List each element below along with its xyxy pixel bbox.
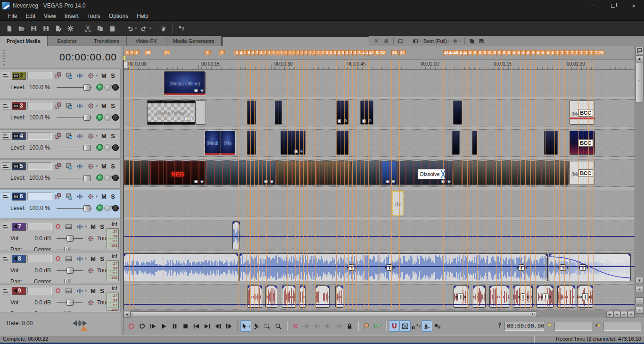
timeline-event[interactable]: ▣ ⊕: [360, 101, 373, 125]
timeline-event[interactable]: [453, 101, 462, 125]
track-header-9[interactable]: 9▾MS-Inf.Vol:0.0 dBTouch▾Pan:Center27548…: [0, 284, 121, 312]
minimize-track-button[interactable]: [2, 287, 10, 294]
timeline-event[interactable]: (MeBCC: [570, 161, 595, 185]
blur-bypass-button[interactable]: [53, 101, 63, 110]
track-motion-button[interactable]: [75, 192, 84, 201]
minimize-track-button[interactable]: [2, 162, 10, 170]
close-dock-button[interactable]: [372, 37, 381, 45]
envelope-edit-tool-button[interactable]: [251, 320, 262, 332]
composite-mode-button[interactable]: [64, 71, 74, 80]
track-name-field[interactable]: [27, 72, 52, 79]
slip-trim-left-button[interactable]: [322, 320, 333, 332]
timeline-event[interactable]: [247, 101, 256, 125]
loop-playback-button[interactable]: [137, 320, 148, 332]
tab-explorer[interactable]: Explorer: [48, 36, 87, 46]
gain-handle[interactable]: [560, 264, 566, 271]
track-motion-button[interactable]: [75, 101, 84, 110]
zoom-edit-tool-button[interactable]: [273, 320, 284, 332]
track-pan-button[interactable]: [75, 222, 84, 231]
timeline-event[interactable]: [577, 285, 593, 308]
composite-mode-icon[interactable]: [96, 175, 103, 181]
go-to-start-button[interactable]: [191, 320, 202, 332]
automation-settings-button[interactable]: [86, 192, 95, 201]
video-overlay-button[interactable]: [396, 37, 405, 45]
next-frame-button[interactable]: [223, 320, 234, 332]
timeline-marker[interactable]: 20: [145, 50, 151, 57]
tab-project-media[interactable]: Project Media: [0, 36, 48, 46]
composite-mode-icon[interactable]: [96, 114, 103, 121]
copy-snapshot-button[interactable]: [467, 37, 477, 45]
level-slider[interactable]: [57, 175, 91, 181]
split-screen-button[interactable]: [411, 37, 420, 45]
pan-slider[interactable]: [57, 247, 78, 252]
timeline-track-row-8[interactable]: [124, 252, 635, 283]
gain-handle[interactable]: [580, 264, 586, 271]
track-header-8[interactable]: 8▾MS-Inf.Vol:0.0 dBTouch▾Pan:Center27548…: [0, 252, 121, 283]
scroll-down-button[interactable]: ▼: [636, 277, 644, 284]
selection-length-field[interactable]: [603, 322, 641, 331]
level-slider[interactable]: [57, 84, 91, 91]
track-pan-button[interactable]: [75, 286, 84, 295]
timeline-event[interactable]: [472, 131, 477, 155]
track-name-field[interactable]: [27, 287, 52, 294]
insert-marker-button[interactable]: [361, 320, 372, 332]
timeline-event[interactable]: [299, 285, 305, 308]
paste-button[interactable]: [106, 22, 118, 34]
gain-handle[interactable]: [520, 294, 526, 300]
track-number-badge[interactable]: 3: [12, 102, 26, 110]
track-event-area[interactable]: (Media Offline)▣ ⊕(Media Offline)▣ ⊕▣ ⊕▣…: [124, 70, 635, 310]
pan-slider[interactable]: [57, 279, 78, 284]
save-project-as-button[interactable]: [40, 22, 52, 34]
panel-grip[interactable]: [3, 50, 5, 65]
parent-composite-icon[interactable]: [104, 175, 111, 181]
timeline-event[interactable]: [335, 285, 343, 308]
pause-button[interactable]: [169, 320, 180, 332]
timeline-event[interactable]: [454, 285, 469, 308]
undo-button[interactable]: [124, 22, 136, 34]
track-name-field[interactable]: [27, 132, 52, 140]
timeline-event[interactable]: ▣ ⊕: [336, 101, 349, 125]
level-slider[interactable]: [57, 205, 91, 211]
timeline-event[interactable]: [232, 221, 240, 249]
redo-dropdown[interactable]: ▾: [149, 26, 152, 31]
solo-button[interactable]: S: [109, 193, 117, 200]
mute-button[interactable]: M: [90, 287, 97, 294]
zoom-out-track-button[interactable]: −: [636, 297, 644, 304]
new-project-button[interactable]: [3, 22, 15, 34]
vol-slider-thumb[interactable]: [66, 268, 74, 274]
menu-file[interactable]: File: [4, 12, 21, 20]
enable-snapping-button[interactable]: [389, 320, 400, 332]
minimize-track-button[interactable]: [2, 193, 10, 200]
automation-dropdown[interactable]: ▾: [96, 164, 98, 168]
cursor-position-field[interactable]: 00:00:00.00: [504, 322, 544, 331]
timeline-event[interactable]: [544, 131, 558, 155]
cursor-top-marker[interactable]: [124, 56, 125, 60]
track-motion-button[interactable]: [75, 162, 84, 170]
bypass-fx-icon[interactable]: [112, 144, 119, 151]
composite-mode-button[interactable]: [64, 192, 74, 201]
composite-mode-button[interactable]: [64, 162, 74, 170]
mute-button[interactable]: M: [100, 193, 108, 200]
track-number-badge[interactable]: 9: [12, 287, 26, 295]
horizontal-scrollbar[interactable]: ◄ ► + − ⌕: [124, 310, 635, 318]
gain-handle[interactable]: [349, 264, 355, 271]
track-header-7[interactable]: 7▾MS-Inf.Vol:0.0 dBTouch▾Pan:Center27548…: [0, 220, 121, 251]
composite-mode-button[interactable]: [64, 101, 74, 110]
timeline-event[interactable]: [248, 285, 262, 308]
ignore-event-grouping-button[interactable]: [432, 320, 443, 332]
gain-handle[interactable]: [519, 264, 525, 271]
selection-start-field[interactable]: [554, 322, 592, 331]
timeline-event[interactable]: [282, 285, 296, 308]
automation-settings-button[interactable]: [86, 71, 95, 80]
auto-ripple-dropdown[interactable]: ▾: [419, 324, 421, 328]
mute-button[interactable]: M: [100, 102, 108, 109]
timeline-event[interactable]: (Media Offline)▣ ⊕: [164, 71, 206, 95]
timeline-event[interactable]: ▣ ⊕: [206, 161, 275, 185]
bypass-fx-icon[interactable]: [112, 84, 119, 91]
go-to-end-button[interactable]: [202, 320, 213, 332]
minimize-track-button[interactable]: [2, 255, 10, 262]
timeline-event[interactable]: [352, 161, 381, 185]
composite-mode-button[interactable]: [64, 132, 74, 140]
track-header-5[interactable]: 5▾MSLevel:100.0 %: [0, 159, 121, 189]
automation-settings-button[interactable]: [86, 266, 95, 275]
